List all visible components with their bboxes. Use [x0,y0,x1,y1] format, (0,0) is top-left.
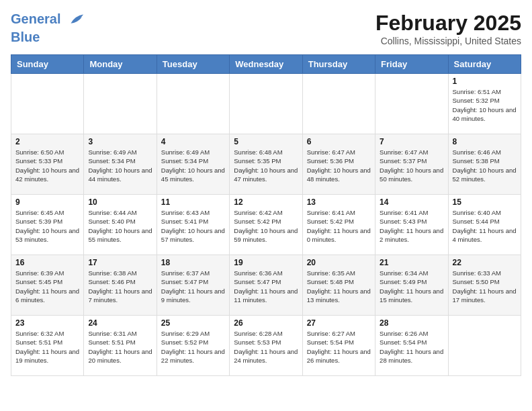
page-header: General Blue February 2025 Collins, Miss… [11,11,521,46]
day-info: Sunrise: 6:29 AM Sunset: 5:52 PM Dayligh… [161,329,225,365]
calendar-cell [302,74,375,134]
day-of-week-header: Saturday [448,55,521,74]
calendar-cell: 9Sunrise: 6:45 AM Sunset: 5:39 PM Daylig… [11,195,84,255]
calendar-cell [11,74,84,134]
day-of-week-header: Wednesday [230,55,302,74]
calendar-cell: 24Sunrise: 6:31 AM Sunset: 5:51 PM Dayli… [84,316,157,376]
day-number: 16 [15,258,79,267]
title-section: February 2025 Collins, Mississippi, Unit… [375,11,521,46]
day-info: Sunrise: 6:40 AM Sunset: 5:44 PM Dayligh… [453,208,517,244]
day-number: 26 [234,318,298,328]
day-info: Sunrise: 6:47 AM Sunset: 5:36 PM Dayligh… [307,148,371,183]
day-info: Sunrise: 6:32 AM Sunset: 5:51 PM Dayligh… [15,329,79,365]
day-number: 8 [453,137,517,146]
day-info: Sunrise: 6:47 AM Sunset: 5:37 PM Dayligh… [380,148,443,183]
logo-general: General [11,11,60,26]
day-number: 28 [380,318,443,328]
calendar-cell [157,74,229,134]
day-info: Sunrise: 6:41 AM Sunset: 5:43 PM Dayligh… [380,208,443,244]
calendar-cell: 19Sunrise: 6:36 AM Sunset: 5:47 PM Dayli… [230,255,302,316]
day-number: 25 [161,318,225,328]
day-number: 20 [307,258,371,267]
calendar-cell: 12Sunrise: 6:42 AM Sunset: 5:42 PM Dayli… [230,195,302,255]
day-info: Sunrise: 6:33 AM Sunset: 5:50 PM Dayligh… [453,269,517,304]
day-number: 2 [15,137,79,146]
day-info: Sunrise: 6:28 AM Sunset: 5:53 PM Dayligh… [234,329,298,365]
day-of-week-header: Tuesday [157,55,229,74]
calendar-cell: 27Sunrise: 6:27 AM Sunset: 5:54 PM Dayli… [302,316,375,376]
month-year-title: February 2025 [375,11,521,36]
calendar-cell: 10Sunrise: 6:44 AM Sunset: 5:40 PM Dayli… [84,195,157,255]
day-number: 15 [453,197,517,207]
day-info: Sunrise: 6:41 AM Sunset: 5:42 PM Dayligh… [307,208,371,244]
day-info: Sunrise: 6:46 AM Sunset: 5:38 PM Dayligh… [453,148,517,183]
calendar-cell: 5Sunrise: 6:48 AM Sunset: 5:35 PM Daylig… [230,134,302,195]
day-number: 23 [15,318,79,328]
day-info: Sunrise: 6:37 AM Sunset: 5:47 PM Dayligh… [161,269,225,304]
logo-bird-icon [66,11,85,30]
day-info: Sunrise: 6:49 AM Sunset: 5:34 PM Dayligh… [88,148,152,183]
logo: General Blue [11,11,85,44]
calendar-cell: 20Sunrise: 6:35 AM Sunset: 5:48 PM Dayli… [302,255,375,316]
day-number: 3 [88,137,152,146]
day-info: Sunrise: 6:50 AM Sunset: 5:33 PM Dayligh… [15,148,79,183]
calendar-cell: 21Sunrise: 6:34 AM Sunset: 5:49 PM Dayli… [375,255,448,316]
day-info: Sunrise: 6:27 AM Sunset: 5:54 PM Dayligh… [307,329,371,365]
day-number: 27 [307,318,371,328]
day-number: 24 [88,318,152,328]
day-info: Sunrise: 6:49 AM Sunset: 5:34 PM Dayligh… [161,148,225,183]
day-number: 14 [380,197,443,207]
day-info: Sunrise: 6:36 AM Sunset: 5:47 PM Dayligh… [234,269,298,304]
calendar-cell: 26Sunrise: 6:28 AM Sunset: 5:53 PM Dayli… [230,316,302,376]
day-info: Sunrise: 6:51 AM Sunset: 5:32 PM Dayligh… [453,87,517,123]
calendar-cell: 18Sunrise: 6:37 AM Sunset: 5:47 PM Dayli… [157,255,229,316]
day-info: Sunrise: 6:39 AM Sunset: 5:45 PM Dayligh… [15,269,79,304]
logo-blue: Blue [11,30,85,44]
day-info: Sunrise: 6:34 AM Sunset: 5:49 PM Dayligh… [380,269,443,304]
calendar-table: SundayMondayTuesdayWednesdayThursdayFrid… [11,54,521,376]
day-number: 1 [453,77,517,86]
day-of-week-header: Sunday [11,55,84,74]
calendar-cell: 22Sunrise: 6:33 AM Sunset: 5:50 PM Dayli… [448,255,521,316]
day-info: Sunrise: 6:44 AM Sunset: 5:40 PM Dayligh… [88,208,152,244]
calendar-cell: 11Sunrise: 6:43 AM Sunset: 5:41 PM Dayli… [157,195,229,255]
calendar-cell: 23Sunrise: 6:32 AM Sunset: 5:51 PM Dayli… [11,316,84,376]
day-number: 4 [161,137,225,146]
day-number: 9 [15,197,79,207]
location-subtitle: Collins, Mississippi, United States [375,36,521,46]
calendar-week-row: 1Sunrise: 6:51 AM Sunset: 5:32 PM Daylig… [11,74,521,134]
day-of-week-header: Thursday [302,55,375,74]
day-number: 22 [453,258,517,267]
calendar-week-row: 2Sunrise: 6:50 AM Sunset: 5:33 PM Daylig… [11,134,521,195]
day-number: 17 [88,258,152,267]
calendar-cell [448,316,521,376]
calendar-cell: 15Sunrise: 6:40 AM Sunset: 5:44 PM Dayli… [448,195,521,255]
day-info: Sunrise: 6:43 AM Sunset: 5:41 PM Dayligh… [161,208,225,244]
calendar-cell: 17Sunrise: 6:38 AM Sunset: 5:46 PM Dayli… [84,255,157,316]
calendar-week-row: 16Sunrise: 6:39 AM Sunset: 5:45 PM Dayli… [11,255,521,316]
day-number: 10 [88,197,152,207]
day-info: Sunrise: 6:35 AM Sunset: 5:48 PM Dayligh… [307,269,371,304]
day-of-week-header: Monday [84,55,157,74]
calendar-cell [84,74,157,134]
calendar-cell: 13Sunrise: 6:41 AM Sunset: 5:42 PM Dayli… [302,195,375,255]
day-number: 18 [161,258,225,267]
calendar-cell: 25Sunrise: 6:29 AM Sunset: 5:52 PM Dayli… [157,316,229,376]
day-number: 12 [234,197,298,207]
day-of-week-header: Friday [375,55,448,74]
day-number: 13 [307,197,371,207]
day-number: 7 [380,137,443,146]
calendar-cell: 16Sunrise: 6:39 AM Sunset: 5:45 PM Dayli… [11,255,84,316]
day-info: Sunrise: 6:48 AM Sunset: 5:35 PM Dayligh… [234,148,298,183]
calendar-cell: 28Sunrise: 6:26 AM Sunset: 5:54 PM Dayli… [375,316,448,376]
day-number: 6 [307,137,371,146]
day-info: Sunrise: 6:42 AM Sunset: 5:42 PM Dayligh… [234,208,298,244]
day-number: 21 [380,258,443,267]
calendar-cell: 14Sunrise: 6:41 AM Sunset: 5:43 PM Dayli… [375,195,448,255]
day-number: 19 [234,258,298,267]
calendar-week-row: 9Sunrise: 6:45 AM Sunset: 5:39 PM Daylig… [11,195,521,255]
day-info: Sunrise: 6:26 AM Sunset: 5:54 PM Dayligh… [380,329,443,365]
calendar-cell: 4Sunrise: 6:49 AM Sunset: 5:34 PM Daylig… [157,134,229,195]
calendar-cell: 1Sunrise: 6:51 AM Sunset: 5:32 PM Daylig… [448,74,521,134]
calendar-cell: 8Sunrise: 6:46 AM Sunset: 5:38 PM Daylig… [448,134,521,195]
